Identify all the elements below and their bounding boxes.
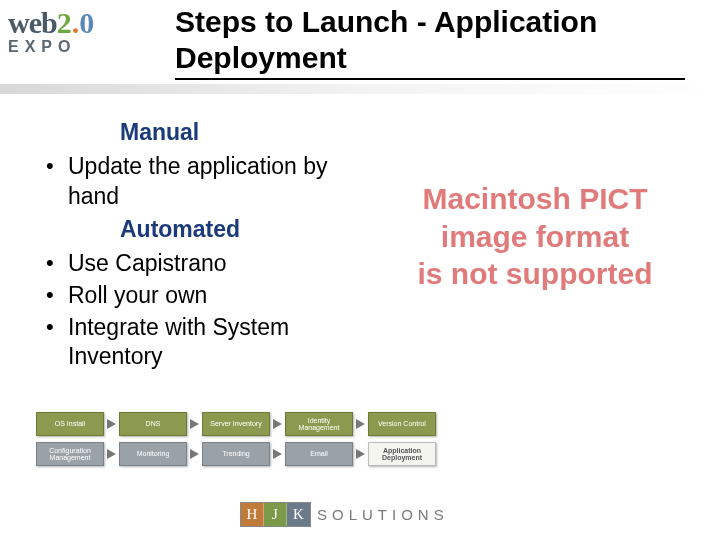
pict-unsupported-message: Macintosh PICT image format is not suppo… — [365, 180, 705, 293]
automated-list: Use Capistrano Roll your own Integrate w… — [40, 249, 360, 373]
pict-line-1: Macintosh PICT — [365, 180, 705, 218]
flow-box: Version Control — [368, 412, 436, 436]
logo-expo-text: EXPO — [8, 38, 166, 56]
section-automated-label: Automated — [120, 216, 360, 243]
logo-j: J — [264, 503, 287, 526]
list-item: Update the application by hand — [40, 152, 360, 212]
arrow-right-icon — [356, 449, 365, 459]
flow-box: Identity Management — [285, 412, 353, 436]
flow-box: Server Inventory — [202, 412, 270, 436]
pict-line-2: image format — [365, 218, 705, 256]
logo-web-text: web — [8, 6, 57, 39]
arrow-right-icon — [107, 449, 116, 459]
flow-box: Monitoring — [119, 442, 187, 466]
arrow-right-icon — [356, 419, 365, 429]
arrow-right-icon — [190, 449, 199, 459]
deployment-flow-diagram: OS Install DNS Server Inventory Identity… — [36, 412, 476, 472]
hjk-solutions-logo: H J K SOLUTIONS — [240, 500, 449, 528]
flow-box: Trending — [202, 442, 270, 466]
manual-list: Update the application by hand — [40, 152, 360, 212]
flow-box-current: Application Deployment — [368, 442, 436, 466]
flow-box: OS Install — [36, 412, 104, 436]
slide: web2.0 EXPO Steps to Launch - Applicatio… — [0, 0, 720, 540]
content-column: Manual Update the application by hand Au… — [40, 115, 360, 374]
flow-box: DNS — [119, 412, 187, 436]
header: web2.0 EXPO Steps to Launch - Applicatio… — [0, 0, 720, 80]
arrow-right-icon — [190, 419, 199, 429]
logo-h: H — [241, 503, 264, 526]
title-underline — [175, 78, 685, 80]
logo-20-text: 2.0 — [57, 6, 95, 39]
flow-box: Configuration Management — [36, 442, 104, 466]
header-divider — [0, 84, 720, 94]
logo-k: K — [287, 503, 310, 526]
hjk-boxes: H J K — [240, 502, 311, 527]
logo-solutions-text: SOLUTIONS — [317, 506, 449, 523]
list-item: Integrate with System Inventory — [40, 313, 360, 373]
page-title: Steps to Launch - Application Deployment — [175, 4, 705, 76]
pict-line-3: is not supported — [365, 255, 705, 293]
arrow-right-icon — [107, 419, 116, 429]
flow-row-2: Configuration Management Monitoring Tren… — [36, 442, 476, 466]
flow-box: Email — [285, 442, 353, 466]
list-item: Use Capistrano — [40, 249, 360, 279]
flow-row-1: OS Install DNS Server Inventory Identity… — [36, 412, 476, 436]
arrow-right-icon — [273, 419, 282, 429]
arrow-right-icon — [273, 449, 282, 459]
section-manual-label: Manual — [120, 119, 360, 146]
list-item: Roll your own — [40, 281, 360, 311]
web20-expo-logo: web2.0 EXPO — [8, 6, 166, 70]
